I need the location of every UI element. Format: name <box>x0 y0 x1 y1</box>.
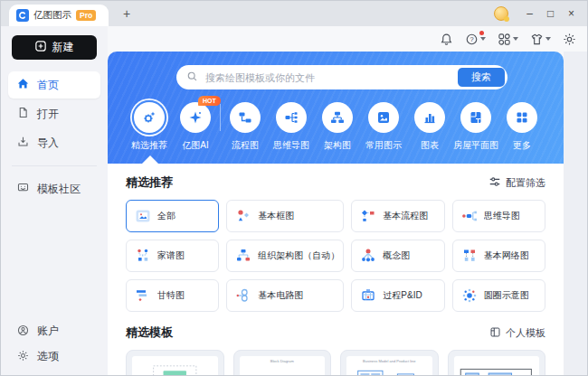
top-icon-toolbar: ? <box>108 26 587 52</box>
search-input[interactable] <box>204 71 452 84</box>
category-label: 亿图AI <box>182 139 208 152</box>
sidebar-item-label: 模板社区 <box>37 182 81 197</box>
new-document-label: 新建 <box>52 40 74 55</box>
bar-chart-icon <box>414 102 445 133</box>
type-card-circle-spoke[interactable]: 圆圈示意图 <box>452 279 545 312</box>
sidebar-item-open[interactable]: 打开 <box>8 100 100 127</box>
personal-templates-label: 个人模板 <box>506 326 545 340</box>
sidebar-footer: 账户 选项 <box>1 318 108 376</box>
basic-network-icon <box>461 248 478 264</box>
gantt-icon <box>135 287 151 304</box>
sidebar-item-label: 打开 <box>37 107 59 122</box>
template-thumbnail[interactable] <box>448 350 546 376</box>
template-thumbnail[interactable] <box>126 350 224 376</box>
category-charts[interactable]: 图表 <box>408 102 451 152</box>
template-preview-diagram <box>346 364 432 376</box>
type-card-basic-block[interactable]: 基本框图 <box>226 200 344 232</box>
flowchart-icon <box>230 102 261 133</box>
sidebar-item-options[interactable]: 选项 <box>8 344 100 369</box>
concept-map-icon <box>360 248 376 264</box>
close-button[interactable]: × <box>561 1 582 26</box>
type-card-gantt[interactable]: 甘特图 <box>126 279 219 312</box>
search-button[interactable]: 搜索 <box>458 68 505 87</box>
category-orgchart[interactable]: 架构图 <box>316 102 359 152</box>
sidebar-item-label: 账户 <box>37 324 59 339</box>
category-flowchart[interactable]: 流程图 <box>223 102 267 152</box>
hero-banner: 搜索 精选推荐 HOT <box>108 52 564 164</box>
template-thumbnail[interactable]: Business Model and Product line <box>340 350 439 376</box>
mindmap-type-icon <box>461 208 478 224</box>
new-document-button[interactable]: 新建 <box>12 35 97 60</box>
search-bar: 搜索 <box>176 65 507 89</box>
help-icon[interactable]: ? <box>465 33 486 46</box>
category-label: 图表 <box>421 139 439 152</box>
main-area: ? <box>108 26 587 376</box>
template-preview-diagram <box>454 364 540 376</box>
template-type-grid: 全部 基本框图 基本流程图 <box>126 200 545 312</box>
category-mindmap[interactable]: 思维导图 <box>270 102 313 152</box>
type-card-family-tree[interactable]: 家谱图 <box>126 240 219 272</box>
app-tab[interactable]: 亿图图示 Pro <box>9 5 109 26</box>
process-pid-icon <box>360 287 376 304</box>
basic-circuit-icon <box>235 287 251 304</box>
sidebar-item-account[interactable]: 账户 <box>8 319 100 343</box>
category-label: 思维导图 <box>273 139 309 152</box>
category-featured[interactable]: 精选推荐 <box>128 102 171 152</box>
category-label: 精选推荐 <box>131 139 167 152</box>
featured-section-title: 精选推荐 <box>126 174 173 191</box>
scroll-gutter[interactable] <box>564 52 587 376</box>
theme-skin-icon[interactable] <box>530 33 551 46</box>
category-more[interactable]: 更多 <box>500 102 544 152</box>
category-label: 更多 <box>513 139 531 152</box>
apps-icon[interactable] <box>498 33 518 46</box>
sidebar-item-template-community[interactable]: 模板社区 <box>8 175 100 202</box>
orgchart-icon <box>322 102 353 133</box>
content-body: 精选推荐 配置筛选 全部 <box>108 164 564 376</box>
settings-gear-icon[interactable] <box>563 33 576 46</box>
type-card-all[interactable]: 全部 <box>126 200 219 232</box>
app-title: 亿图图示 <box>33 9 71 22</box>
category-common-diagrams[interactable]: 常用图示 <box>362 102 405 152</box>
category-floorplan[interactable]: 房屋平面图 <box>454 102 498 152</box>
app-logo-icon <box>16 9 29 22</box>
plus-icon <box>35 41 46 54</box>
type-card-basic-network[interactable]: 基本网络图 <box>452 240 545 272</box>
type-card-basic-flowchart[interactable]: 基本流程图 <box>351 200 444 232</box>
category-tabs: 精选推荐 HOT 亿图AI <box>108 89 564 152</box>
type-card-mindmap[interactable]: 思维导图 <box>452 200 545 232</box>
user-avatar[interactable] <box>494 6 508 21</box>
personal-templates-button[interactable]: 个人模板 <box>489 326 545 340</box>
sidebar-item-label: 首页 <box>37 78 59 93</box>
community-icon <box>17 182 29 196</box>
new-tab-button[interactable]: + <box>123 1 130 26</box>
notification-bell-icon[interactable] <box>440 33 453 46</box>
minimize-button[interactable]: – <box>519 1 540 26</box>
pro-badge: Pro <box>76 10 96 21</box>
configure-filter-button[interactable]: 配置筛选 <box>488 175 545 190</box>
titlebar-controls: – □ × <box>494 1 587 26</box>
chevron-down-icon <box>513 37 518 41</box>
type-card-basic-circuit[interactable]: 基本电路图 <box>226 279 344 312</box>
basic-flowchart-icon <box>360 208 376 224</box>
type-card-concept-map[interactable]: 概念图 <box>351 240 444 272</box>
tab-bar: 亿图图示 Pro + – □ × <box>1 1 587 26</box>
type-card-process-pid[interactable]: 过程P&ID <box>351 279 444 312</box>
family-tree-icon <box>135 248 151 264</box>
category-label: 常用图示 <box>365 139 402 152</box>
sidebar-item-home[interactable]: 首页 <box>8 71 100 99</box>
filter-sliders-icon <box>488 175 501 190</box>
hot-badge: HOT <box>198 96 221 106</box>
floorplan-icon <box>460 102 491 133</box>
template-thumbnail[interactable]: Block Diagram <box>233 350 332 376</box>
category-ai[interactable]: HOT 亿图AI <box>174 102 217 152</box>
ai-sparkle-icon <box>180 102 211 133</box>
sidebar-divider <box>12 165 97 166</box>
maximize-button[interactable]: □ <box>540 1 561 26</box>
mindmap-icon <box>276 102 307 133</box>
category-label: 架构图 <box>324 139 351 152</box>
notification-dot <box>479 31 484 35</box>
sidebar-item-import[interactable]: 导入 <box>8 129 100 156</box>
type-card-orgchart-auto[interactable]: 组织架构图（自动） <box>226 240 344 272</box>
all-templates-icon <box>135 208 151 224</box>
home-icon <box>17 78 29 92</box>
